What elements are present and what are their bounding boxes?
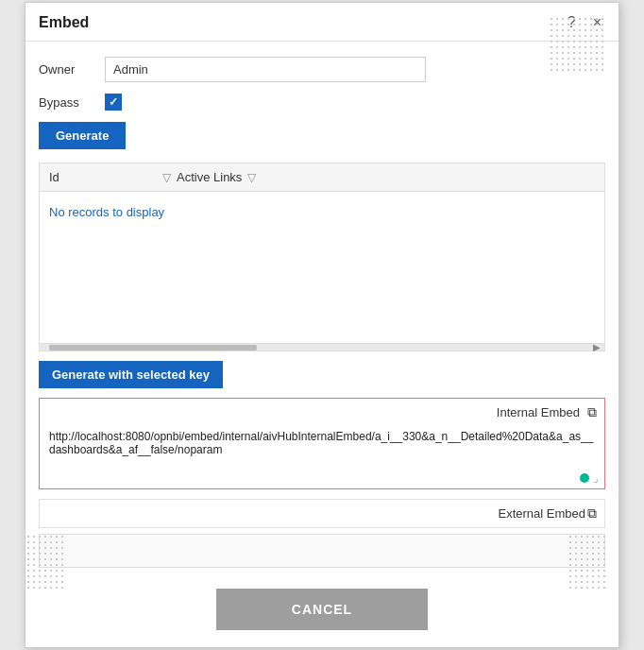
owner-input[interactable] (105, 57, 426, 82)
dialog-title: Embed (39, 14, 89, 31)
cancel-button[interactable]: CANCEL (216, 589, 428, 630)
bypass-row: Bypass ✓ (39, 94, 605, 111)
scroll-thumb[interactable] (49, 345, 257, 351)
internal-embed-footer: ⌟ (40, 470, 604, 488)
owner-row: Owner (39, 57, 605, 82)
green-dot-indicator (580, 473, 589, 483)
filter-icon-links[interactable]: ▽ (247, 171, 256, 184)
checkmark-icon: ✓ (109, 95, 118, 109)
owner-label: Owner (39, 62, 105, 77)
external-embed-copy-button[interactable]: ⧉ (585, 504, 599, 523)
dialog-header: Embed ? × (25, 3, 619, 42)
col-links-header: ▽ Active Links ▽ (162, 170, 595, 184)
internal-embed-label: Internal Embed (497, 405, 580, 419)
bypass-checkbox[interactable]: ✓ (105, 94, 122, 111)
table-header: Id ▽ Active Links ▽ (40, 163, 604, 192)
embed-table: Id ▽ Active Links ▽ No records to displa… (39, 162, 605, 351)
filter-icon-id[interactable]: ▽ (162, 171, 171, 184)
bypass-label: Bypass (39, 95, 105, 110)
external-embed-section (39, 534, 605, 568)
dialog-footer: CANCEL (25, 575, 619, 647)
close-button[interactable]: × (589, 12, 605, 33)
internal-embed-copy-button[interactable]: ⧉ (585, 402, 599, 422)
dialog-body: Owner Bypass ✓ Generate Id ▽ Active Link… (25, 42, 619, 575)
no-records-text: No records to display (49, 205, 164, 219)
internal-embed-url[interactable]: http://localhost:8080/opnbi/embed/intern… (40, 424, 604, 470)
table-body: No records to display (40, 192, 604, 343)
col-id-header: Id (49, 170, 162, 184)
embed-dialog: Embed ? × Owner Bypass ✓ Generate Id (25, 2, 619, 648)
header-icons: ? × (564, 12, 605, 33)
external-embed-row: External Embed ⧉ (39, 499, 605, 528)
generate-selected-button[interactable]: Generate with selected key (39, 361, 223, 388)
resize-handle-icon[interactable]: ⌟ (593, 471, 599, 485)
bypass-checkbox-wrapper[interactable]: ✓ (105, 94, 122, 111)
help-button[interactable]: ? (564, 12, 580, 33)
table-scrollbar[interactable]: ▶ (40, 343, 604, 351)
generate-button[interactable]: Generate (39, 122, 126, 149)
external-embed-label: External Embed (499, 506, 586, 521)
scroll-right-arrow[interactable]: ▶ (593, 344, 601, 351)
internal-embed-header: Internal Embed ⧉ (40, 399, 604, 424)
internal-embed-section: Internal Embed ⧉ http://localhost:8080/o… (39, 398, 605, 489)
